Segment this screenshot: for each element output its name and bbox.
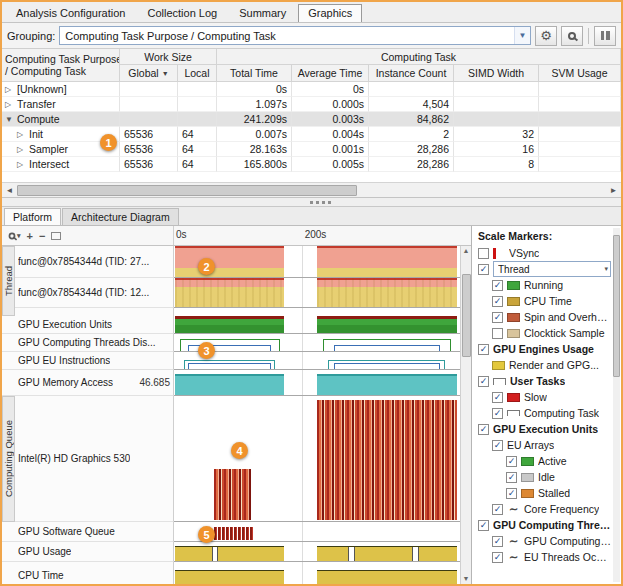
checkbox[interactable]: ✓: [492, 280, 503, 291]
row-label[interactable]: GPU Execution Units: [2, 316, 174, 334]
computing-queue-chart[interactable]: [174, 396, 460, 522]
zoom-in-button[interactable]: +: [27, 230, 33, 242]
pane-splitter[interactable]: [2, 198, 621, 207]
expand-icon[interactable]: ▷: [5, 85, 14, 94]
table-row-intersect[interactable]: ▷Intersect 65536 64 165.800s 0.005s 28,2…: [2, 157, 621, 172]
column-header-global[interactable]: Global▼: [120, 65, 178, 82]
timeline-vertical-scrollbar[interactable]: ▲ ▼: [460, 246, 471, 584]
column-header-simd-width[interactable]: SIMD Width: [454, 65, 539, 82]
checkbox[interactable]: ✓: [492, 392, 503, 403]
timeline-row-gpu-usage[interactable]: GPU Usage: [2, 542, 460, 562]
column-header-svm-usage[interactable]: SVM Usage: [539, 65, 621, 82]
gpu-usage-chart[interactable]: [174, 542, 460, 562]
column-header-instance-count[interactable]: Instance Count: [369, 65, 454, 82]
column-header-total-time[interactable]: Total Time: [217, 65, 292, 82]
expand-icon[interactable]: ▷: [17, 130, 26, 139]
zoom-out-button[interactable]: −: [39, 230, 45, 242]
scroll-right-arrow[interactable]: ►: [606, 186, 621, 195]
expand-icon[interactable]: ▷: [17, 160, 26, 169]
row-label[interactable]: GPU Software Queue: [2, 522, 174, 542]
checkbox[interactable]: ✓: [506, 456, 517, 467]
tab-graphics[interactable]: Graphics: [298, 4, 362, 22]
row-label[interactable]: Intel(R) HD Graphics 530: [2, 396, 174, 522]
gpu-eu-instructions-chart[interactable]: [174, 352, 460, 370]
thread-1-chart[interactable]: [174, 246, 460, 278]
scrollbar-thumb[interactable]: [17, 185, 357, 196]
scrollbar-thumb[interactable]: [613, 235, 620, 377]
column-header-local[interactable]: Local: [178, 65, 217, 82]
timeline-row-gpu-software-queue[interactable]: GPU Software Queue: [2, 522, 460, 542]
panel-layout-button[interactable]: [594, 26, 616, 46]
scroll-down-arrow[interactable]: ▼: [463, 575, 470, 583]
checkbox[interactable]: ✓: [506, 488, 517, 499]
row-label[interactable]: GPU EU Instructions: [2, 352, 174, 370]
checkbox[interactable]: ✓: [478, 424, 489, 435]
column-group-work-size[interactable]: Work Size: [120, 49, 217, 65]
table-row-init[interactable]: ▷Init 65536 64 0.007s 0.004s 2 32: [2, 127, 621, 142]
checkbox[interactable]: ✓: [492, 440, 503, 451]
gpu-computing-threads-chart[interactable]: [174, 334, 460, 352]
checkbox[interactable]: ✓: [478, 344, 489, 355]
checkbox[interactable]: ✓: [478, 520, 489, 531]
scrollbar-thumb[interactable]: [462, 274, 471, 357]
cpu-time-chart[interactable]: [174, 562, 460, 584]
zoom-selection-button[interactable]: [51, 232, 61, 240]
row-label[interactable]: GPU Memory Access46.685: [2, 370, 174, 396]
table-horizontal-scrollbar[interactable]: ◄ ►: [2, 182, 621, 197]
chevron-down-icon[interactable]: ▼: [514, 27, 530, 44]
timeline-row-gpu-execution-units[interactable]: GPU Execution Units: [2, 316, 460, 334]
checkbox[interactable]: [492, 328, 503, 339]
row-label[interactable]: GPU Usage: [2, 542, 174, 562]
legend-scrollbar[interactable]: [613, 228, 620, 582]
zoom-mode-button[interactable]: ▾: [8, 232, 21, 240]
tab-analysis-configuration[interactable]: Analysis Configuration: [6, 4, 135, 22]
column-header-average-time[interactable]: Average Time: [292, 65, 369, 82]
table-row-compute[interactable]: ▼Compute 241.209s 0.003s 84,862: [2, 112, 621, 127]
table-row-sampler[interactable]: ▷Sampler 65536 64 28.163s 0.001s 28,286 …: [2, 142, 621, 157]
timeline-row-cpu-time[interactable]: CPU Time: [2, 562, 460, 584]
customize-grouping-button[interactable]: ⚙: [535, 26, 557, 46]
row-label[interactable]: CPU Time: [2, 562, 174, 584]
search-button[interactable]: [561, 26, 583, 46]
tab-summary[interactable]: Summary: [229, 4, 296, 22]
grouping-combobox[interactable]: Computing Task Purpose / Computing Task …: [59, 26, 531, 45]
timeline-row-computing-queue[interactable]: Intel(R) HD Graphics 530: [2, 396, 460, 522]
column-header-task-purpose[interactable]: Computing Task Purpose / Computing Task: [2, 49, 120, 82]
checkbox[interactable]: [478, 248, 489, 259]
row-label[interactable]: func@0x7854344d (TID: 27...: [2, 246, 174, 278]
checkbox[interactable]: ✓: [492, 312, 503, 323]
table-row-transfer[interactable]: ▷Transfer 1.097s 0.000s 4,504: [2, 97, 621, 112]
row-label[interactable]: func@0x7854344d (TID: 12...: [2, 278, 174, 308]
scroll-up-arrow[interactable]: ▲: [463, 247, 470, 255]
timeline-ruler[interactable]: 0s 200s: [174, 226, 471, 245]
gpu-execution-units-chart[interactable]: [174, 316, 460, 334]
checkbox[interactable]: ✓: [492, 536, 503, 547]
checkbox[interactable]: ✓: [478, 376, 489, 387]
gpu-software-queue-chart[interactable]: [174, 522, 460, 542]
tab-platform[interactable]: Platform: [4, 208, 61, 225]
row-label[interactable]: GPU Computing Threads Dis...: [2, 334, 174, 352]
expand-icon[interactable]: ▷: [17, 145, 26, 154]
checkbox[interactable]: ✓: [478, 264, 489, 275]
timeline-row-gpu-eu-instructions[interactable]: GPU EU Instructions: [2, 352, 460, 370]
timeline-row-gpu-computing-threads[interactable]: GPU Computing Threads Dis...: [2, 334, 460, 352]
checkbox[interactable]: ✓: [492, 296, 503, 307]
scrollbar-track[interactable]: [462, 255, 471, 575]
collapse-icon[interactable]: ▼: [5, 115, 14, 124]
tab-architecture-diagram[interactable]: Architecture Diagram: [62, 208, 179, 225]
timeline-row-thread-2[interactable]: func@0x7854344d (TID: 12...: [2, 278, 460, 308]
checkbox[interactable]: ✓: [492, 552, 503, 563]
timeline-row-gpu-memory-access[interactable]: GPU Memory Access46.685: [2, 370, 460, 396]
tab-collection-log[interactable]: Collection Log: [137, 4, 227, 22]
thread-filter-combobox[interactable]: Thread▾: [493, 261, 611, 277]
scroll-left-arrow[interactable]: ◄: [2, 186, 17, 195]
checkbox[interactable]: ✓: [506, 472, 517, 483]
thread-2-chart[interactable]: [174, 278, 460, 308]
expand-icon[interactable]: ▷: [5, 100, 14, 109]
timeline-row-thread-1[interactable]: func@0x7854344d (TID: 27...: [2, 246, 460, 278]
column-group-computing-task[interactable]: Computing Task: [217, 49, 621, 65]
gpu-memory-access-chart[interactable]: [174, 370, 460, 396]
checkbox[interactable]: ✓: [492, 504, 503, 515]
table-row-unknown[interactable]: ▷[Unknown] 0s 0s: [2, 82, 621, 97]
checkbox[interactable]: ✓: [492, 408, 503, 419]
